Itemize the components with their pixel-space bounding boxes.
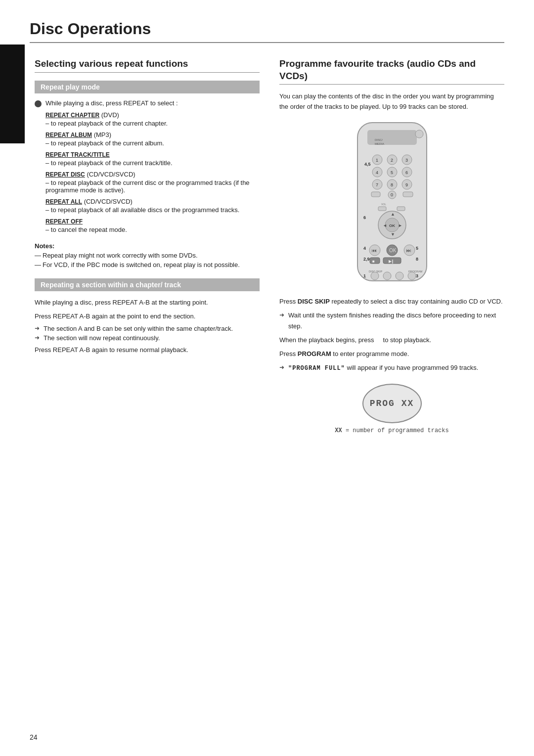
repeat-desc-2: – to repeat playback of the current trac… — [45, 159, 260, 167]
repeat-desc-0: – to repeat playback of the current chap… — [45, 120, 260, 127]
svg-point-49 — [383, 272, 391, 280]
svg-text:■: ■ — [372, 259, 375, 264]
repeat-suffix-4: (CD/VCD/SVCD) — [84, 198, 133, 205]
svg-rect-26 — [403, 192, 413, 197]
svg-text:▶‖: ▶‖ — [389, 259, 394, 264]
page-container: Disc Operations Selecting various repeat… — [0, 0, 534, 756]
section2-step-1: While playing a disc, press REPEAT A-B a… — [35, 297, 260, 308]
repeat-item-4: REPEAT ALL (CD/VCD/SVCD) – to repeat pla… — [45, 198, 260, 214]
svg-text:8: 8 — [416, 257, 418, 262]
svg-text:2: 2 — [391, 158, 393, 163]
svg-text:5: 5 — [391, 170, 393, 175]
svg-point-48 — [371, 272, 379, 280]
right-column: Programme favourite tracks (audio CDs an… — [279, 58, 504, 434]
notes-title: Notes: — [35, 242, 260, 250]
right-section-heading: Programme favourite tracks (audio CDs an… — [279, 58, 504, 85]
svg-text:4,5: 4,5 — [364, 162, 371, 167]
right-step-4: Press PROGRAM to enter programme mode. — [279, 349, 504, 359]
section2-header: Repeating a section within a chapter/ tr… — [35, 278, 260, 291]
right-step-2-arrow: Wait until the system finishes reading t… — [279, 310, 504, 332]
prog-caption-text: = number of programmed tracks — [346, 427, 449, 434]
svg-text:0: 0 — [391, 192, 393, 197]
svg-text:1: 1 — [363, 273, 366, 278]
prog-box: PROG XX — [362, 384, 422, 423]
svg-text:▲: ▲ — [391, 212, 395, 217]
repeat-mode-header: Repeat play mode — [35, 81, 260, 93]
repeat-item-5: REPEAT OFF – to cancel the repeat mode. — [45, 218, 260, 233]
prog-xx-label: XX — [335, 427, 342, 434]
svg-text:DISC/: DISC/ — [375, 138, 383, 141]
svg-text:6: 6 — [405, 170, 408, 175]
note-1: For VCD, if the PBC mode is switched on,… — [35, 261, 260, 268]
svg-text:OK: OK — [389, 223, 395, 228]
svg-rect-29 — [397, 207, 405, 211]
repeat-item-0: REPEAT CHAPTER (DVD) – to repeat playbac… — [45, 111, 260, 127]
svg-point-2 — [415, 130, 423, 138]
section2-step-3: Press REPEAT A-B again to resume normal … — [35, 345, 260, 356]
svg-text:⏮: ⏮ — [372, 248, 377, 253]
svg-text:1: 1 — [376, 158, 378, 163]
svg-text:⏭: ⏭ — [406, 248, 411, 253]
notes-section: Notes: Repeat play might not work correc… — [35, 242, 260, 268]
svg-point-50 — [396, 272, 403, 280]
repeat-title-4: REPEAT ALL — [45, 198, 82, 205]
svg-text:9: 9 — [405, 182, 408, 187]
repeat-title-3: REPEAT DISC — [45, 171, 85, 178]
svg-text:4: 4 — [363, 246, 366, 251]
repeat-item-3: REPEAT DISC (CD/VCD/SVCD) – to repeat pl… — [45, 171, 260, 194]
svg-text:7: 7 — [376, 182, 378, 187]
svg-text:5: 5 — [416, 246, 418, 251]
repeat-desc-3: – to repeat playback of the current disc… — [45, 179, 260, 194]
svg-text:8: 8 — [391, 182, 393, 187]
svg-text:3: 3 — [405, 158, 408, 163]
right-step-1: Press DISC SKIP repeatedly to select a d… — [279, 296, 504, 307]
svg-text:VOL: VOL — [381, 203, 386, 206]
page-title: Disc Operations — [30, 20, 504, 43]
right-step-3: When the playback begins, press to stop … — [279, 335, 504, 346]
right-step-5-arrow: "PROGRAM FULL" will appear if you have p… — [279, 362, 504, 373]
main-columns: Selecting various repeat functions Repea… — [35, 58, 504, 434]
left-section-heading: Selecting various repeat functions — [35, 58, 260, 73]
right-body-text: You can play the contents of the disc in… — [279, 91, 504, 112]
svg-text:◄: ◄ — [383, 223, 387, 228]
bullet-item-main: While playing a disc, press REPEAT to se… — [35, 99, 260, 107]
repeat-desc-1: – to repeat playback of the current albu… — [45, 139, 260, 147]
svg-rect-28 — [378, 207, 386, 211]
prog-box-text: PROG XX — [370, 399, 414, 408]
remote-illustration-container: DISC/ MEDIA 1 2 3 4 5 6 — [279, 120, 504, 288]
svg-text:6: 6 — [363, 215, 366, 220]
remote-control-image: DISC/ MEDIA 1 2 3 4 5 6 — [343, 120, 442, 288]
repeat-title-0: REPEAT CHAPTER — [45, 112, 99, 119]
bullet-text: While playing a disc, press REPEAT to se… — [45, 99, 178, 107]
svg-text:3: 3 — [416, 273, 418, 278]
section2-arrow-2: The section will now repeat continuously… — [35, 334, 260, 342]
note-0: Repeat play might not work correctly wit… — [35, 252, 260, 259]
svg-text:2,9: 2,9 — [363, 257, 370, 262]
svg-point-52 — [408, 272, 416, 280]
svg-text:4: 4 — [376, 170, 378, 175]
section2-arrow-1: The section A and B can be set only with… — [35, 325, 260, 332]
prog-caption: XX = number of programmed tracks — [335, 427, 448, 434]
left-accent-bar — [0, 44, 25, 143]
svg-rect-23 — [371, 192, 380, 197]
svg-text:MEDIA: MEDIA — [375, 142, 384, 145]
svg-rect-43 — [370, 258, 380, 264]
prog-box-container: PROG XX XX = number of programmed tracks — [279, 384, 504, 434]
repeat-item-2: REPEAT TRACK/TITLE – to repeat playback … — [45, 151, 260, 167]
repeat-desc-5: – to cancel the repeat mode. — [45, 226, 260, 233]
repeat-title-2: REPEAT TRACK/TITLE — [45, 151, 110, 158]
repeat-suffix-3: (CD/VCD/SVCD) — [87, 171, 135, 178]
bullet-dot — [35, 100, 42, 107]
section2-step-2: Press REPEAT A-B again at the point to e… — [35, 311, 260, 322]
page-number: 24 — [30, 733, 38, 741]
left-column: Selecting various repeat functions Repea… — [35, 58, 260, 434]
svg-text:OK: OK — [389, 248, 397, 253]
repeat-item-1: REPEAT ALBUM (MP3) – to repeat playback … — [45, 131, 260, 147]
svg-text:►: ► — [398, 223, 402, 228]
repeat-suffix-0: (DVD) — [101, 111, 119, 119]
repeat-items-list: REPEAT CHAPTER (DVD) – to repeat playbac… — [45, 111, 260, 233]
svg-text:▼: ▼ — [391, 232, 395, 237]
repeat-title-1: REPEAT ALBUM — [45, 132, 92, 138]
right-steps: Press DISC SKIP repeatedly to select a d… — [279, 296, 504, 374]
repeat-title-5: REPEAT OFF — [45, 218, 83, 225]
